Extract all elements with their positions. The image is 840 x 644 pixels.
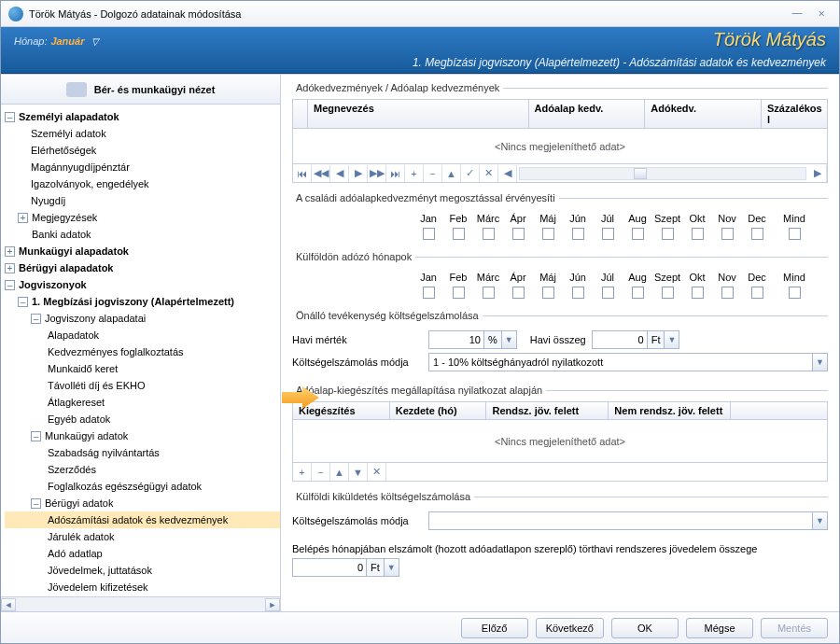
monthly-sum-input[interactable]: [592, 330, 648, 349]
next-icon[interactable]: ▶: [349, 165, 368, 182]
tree-item[interactable]: –Bérügyi adatok: [5, 495, 280, 511]
checkbox[interactable]: [572, 228, 584, 240]
checkbox[interactable]: [632, 228, 644, 240]
cancel-button[interactable]: Mégse: [686, 618, 753, 638]
col-header[interactable]: Kiegészítés: [293, 402, 390, 419]
view-selector[interactable]: Bér- és munkaügyi nézet: [1, 75, 280, 105]
tree-item[interactable]: Alapadatok: [5, 327, 280, 343]
entry-month-income-input[interactable]: [292, 558, 367, 577]
checkbox[interactable]: [423, 228, 435, 240]
tree-item[interactable]: Nyugdíj: [5, 192, 280, 209]
up-icon[interactable]: ▲: [330, 463, 349, 481]
monthly-rate-input[interactable]: [428, 330, 484, 349]
checkbox[interactable]: [542, 228, 554, 240]
tree-item[interactable]: +Bérügyi alapadatok: [5, 259, 280, 276]
tree-item[interactable]: Átlagkereset: [5, 394, 280, 411]
checkbox[interactable]: [662, 228, 674, 240]
checkbox[interactable]: [453, 287, 465, 299]
tree-item[interactable]: Munkaidő keret: [5, 360, 280, 377]
tree-item[interactable]: –1. Megbízási jogviszony (Alapértelmezet…: [5, 293, 280, 310]
minimize-button[interactable]: —: [787, 7, 807, 21]
add-icon[interactable]: +: [293, 463, 312, 481]
tree-item[interactable]: +Munkaügyi alapadatok: [5, 243, 280, 259]
checkbox[interactable]: [602, 287, 614, 299]
tree-item[interactable]: Távolléti díj és EKHO: [5, 377, 280, 394]
tree-item[interactable]: Foglalkozás egészségügyi adatok: [5, 478, 280, 495]
tree-item[interactable]: –Jogviszonyok: [5, 276, 280, 293]
col-header[interactable]: Százalékos l: [762, 100, 827, 128]
checkbox[interactable]: [572, 287, 584, 299]
confirm-icon[interactable]: ✓: [461, 165, 480, 182]
cancel-icon[interactable]: ✕: [368, 463, 386, 481]
dropdown-icon[interactable]: ▼: [665, 330, 679, 349]
add-icon[interactable]: +: [405, 165, 424, 182]
tree-item[interactable]: Kedvezményes foglalkoztatás: [5, 343, 280, 360]
checkbox[interactable]: [751, 287, 763, 299]
tree-item[interactable]: Jövedelmek, juttatások: [5, 562, 280, 579]
remove-icon[interactable]: −: [424, 165, 442, 182]
next-button[interactable]: Következő: [536, 618, 604, 638]
checkbox[interactable]: [662, 287, 674, 299]
scroll-left-icon[interactable]: ◄: [1, 598, 16, 611]
checkbox[interactable]: [692, 287, 704, 299]
foreign-cost-mode-combo[interactable]: [428, 511, 813, 530]
ok-button[interactable]: OK: [611, 618, 679, 638]
tree-item[interactable]: Elérhetőségek: [5, 142, 280, 159]
nav-tree[interactable]: –Személyi alapadatok Személyi adatok Elé…: [1, 105, 280, 596]
dropdown-icon[interactable]: ▼: [502, 330, 517, 349]
scroll-thumb[interactable]: [634, 168, 647, 179]
dropdown-icon[interactable]: ▼: [813, 353, 828, 371]
checkbox-all[interactable]: [789, 228, 801, 240]
save-button[interactable]: Mentés: [761, 618, 828, 638]
first-icon[interactable]: ⏮: [293, 165, 312, 182]
tree-item[interactable]: Magánnyugdíjpénztár: [5, 159, 280, 175]
sidebar-hscroll[interactable]: ◄ ►: [1, 596, 280, 611]
checkbox[interactable]: [721, 287, 734, 299]
cost-mode-combo[interactable]: [428, 353, 813, 371]
dropdown-icon[interactable]: ▼: [813, 511, 828, 530]
prev-page-icon[interactable]: ◀◀: [312, 165, 330, 182]
checkbox[interactable]: [751, 228, 763, 240]
tree-item[interactable]: Járulék adatok: [5, 528, 280, 545]
checkbox[interactable]: [692, 228, 704, 240]
checkbox[interactable]: [512, 287, 525, 299]
checkbox[interactable]: [483, 287, 495, 299]
tree-item[interactable]: Szabadság nyilvántartás: [5, 444, 280, 461]
tree-item[interactable]: Szerződés: [5, 461, 280, 478]
checkbox[interactable]: [542, 287, 554, 299]
col-header[interactable]: Rendsz. jöv. felett: [486, 402, 609, 419]
checkbox[interactable]: [512, 228, 525, 240]
checkbox[interactable]: [453, 228, 465, 240]
tree-item[interactable]: –Munkaügyi adatok: [5, 427, 280, 444]
tree-item[interactable]: Jövedelem kifizetések: [5, 579, 280, 595]
col-header[interactable]: Adóalap kedv.: [529, 100, 646, 128]
checkbox[interactable]: [632, 287, 644, 299]
tree-item[interactable]: Igazolványok, engedélyek: [5, 175, 280, 192]
close-button[interactable]: ⨉: [811, 7, 832, 21]
last-icon[interactable]: ⏭: [386, 165, 405, 182]
cancel-icon[interactable]: ✕: [480, 165, 498, 182]
down-icon[interactable]: ▼: [349, 463, 368, 481]
remove-icon[interactable]: −: [312, 463, 330, 481]
col-header[interactable]: Megnevezés: [308, 100, 529, 128]
tree-item[interactable]: –Személyi alapadatok: [5, 108, 280, 125]
tree-item-selected[interactable]: Adószámítási adatok és kedvezmények: [5, 511, 280, 528]
checkbox[interactable]: [483, 228, 495, 240]
tree-item[interactable]: Banki adatok: [5, 226, 280, 243]
tree-item[interactable]: Személyi adatok: [5, 125, 280, 142]
tree-item[interactable]: –Jogviszony alapadatai: [5, 310, 280, 327]
checkbox[interactable]: [721, 228, 734, 240]
col-header[interactable]: Kezdete (hó): [390, 402, 487, 419]
scroll-left-icon[interactable]: ◀: [498, 165, 517, 182]
col-header[interactable]: Nem rendsz. jöv. felett: [609, 402, 731, 419]
prev-button[interactable]: Előző: [461, 618, 528, 638]
next-page-icon[interactable]: ▶▶: [368, 165, 386, 182]
month-selector[interactable]: Hónap: Január ▽: [14, 33, 99, 48]
scroll-right-icon[interactable]: ►: [265, 598, 280, 611]
tree-item[interactable]: Egyéb adatok: [5, 411, 280, 427]
prev-icon[interactable]: ◀: [330, 165, 349, 182]
col-header[interactable]: Adókedv.: [645, 100, 762, 128]
checkbox[interactable]: [602, 228, 614, 240]
tree-item[interactable]: +Megjegyzések: [5, 209, 280, 226]
checkbox-all[interactable]: [789, 287, 801, 299]
